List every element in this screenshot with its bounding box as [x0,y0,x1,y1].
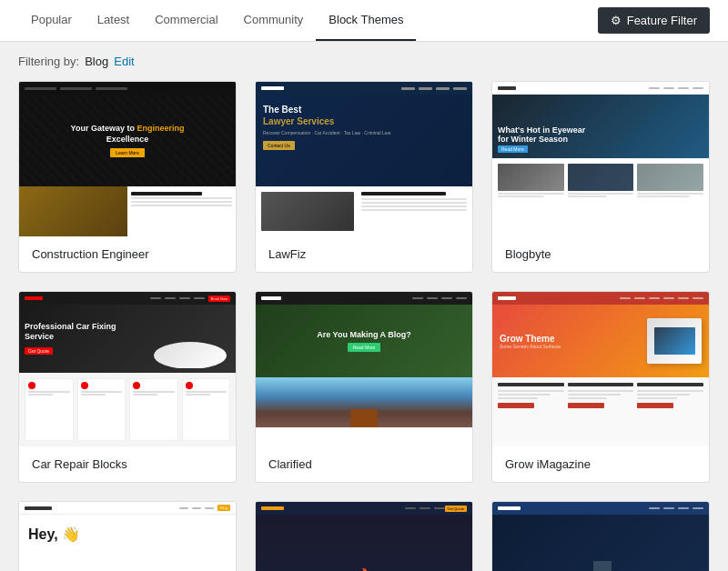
theme-preview-portfolio-wp: Blog Hey, 👋 [19,502,236,571]
theme-preview-car-repair-blocks: Book Now Professional Car FixingService … [19,292,236,446]
theme-card-grow-imagazine[interactable]: Grow Theme Some Generic About Surfaces [491,291,710,483]
gear-icon: ⚙ [611,14,622,27]
tab-block-themes[interactable]: Block Themes [316,0,416,41]
theme-preview-grow-imagazine: Grow Theme Some Generic About Surfaces [492,292,709,446]
theme-card-marsh-business[interactable]: Marsh Business [491,501,710,571]
theme-card-blogbyte[interactable]: What's Hot in Eyewearfor Winter Season R… [491,81,710,273]
theme-name-clarified: Clarified [256,446,472,482]
theme-preview-construction-engineer: Your Gateway to EngineeringExcellence Le… [19,82,236,236]
theme-preview-lawfiz: The BestLawyer Services Recover Compensa… [256,82,472,236]
feature-filter-label: Feature Filter [627,14,697,27]
tab-commercial[interactable]: Commercial [142,0,230,41]
theme-preview-mighty-builders: Get Quote 🔥 BUILDING DREAMSINTO REALITY [256,502,472,571]
filter-tag: Blog [85,55,108,68]
theme-preview-clarified: Are You Making A Blog? Read More [256,292,472,446]
tab-popular[interactable]: Popular [18,0,85,41]
theme-grid: Your Gateway to EngineeringExcellence Le… [0,81,728,571]
theme-name-grow-imagazine: Grow iMagazine [492,446,709,482]
theme-name-construction-engineer: Construction Engineer [19,236,236,272]
theme-preview-blogbyte: What's Hot in Eyewearfor Winter Season R… [492,82,709,236]
theme-card-clarified[interactable]: Are You Making A Blog? Read More Clarifi… [255,291,473,483]
theme-card-car-repair-blocks[interactable]: Book Now Professional Car FixingService … [18,291,237,483]
theme-name-blogbyte: Blogbyte [492,236,709,272]
page-wrapper: Popular Latest Commercial Community Bloc… [0,0,728,571]
theme-name-car-repair-blocks: Car Repair Blocks [19,446,236,482]
tab-latest[interactable]: Latest [85,0,142,41]
theme-preview-marsh-business [492,502,709,571]
filter-bar: Filtering by: Blog Edit [0,42,728,81]
theme-card-construction-engineer[interactable]: Your Gateway to EngineeringExcellence Le… [18,81,237,273]
nav-tabs-left: Popular Latest Commercial Community Bloc… [18,0,416,41]
feature-filter-button[interactable]: ⚙ Feature Filter [598,7,710,34]
theme-card-lawfiz[interactable]: The BestLawyer Services Recover Compensa… [255,81,473,273]
theme-card-portfolio-wp[interactable]: Blog Hey, 👋 PortfolioWP [18,501,237,571]
filtering-by-label: Filtering by: [18,55,79,68]
theme-card-mighty-builders[interactable]: Get Quote 🔥 BUILDING DREAMSINTO REALITY … [255,501,473,571]
nav-tabs: Popular Latest Commercial Community Bloc… [0,0,728,42]
filter-edit-link[interactable]: Edit [114,55,134,68]
tab-community[interactable]: Community [231,0,317,41]
theme-name-lawfiz: LawFiz [256,236,472,272]
